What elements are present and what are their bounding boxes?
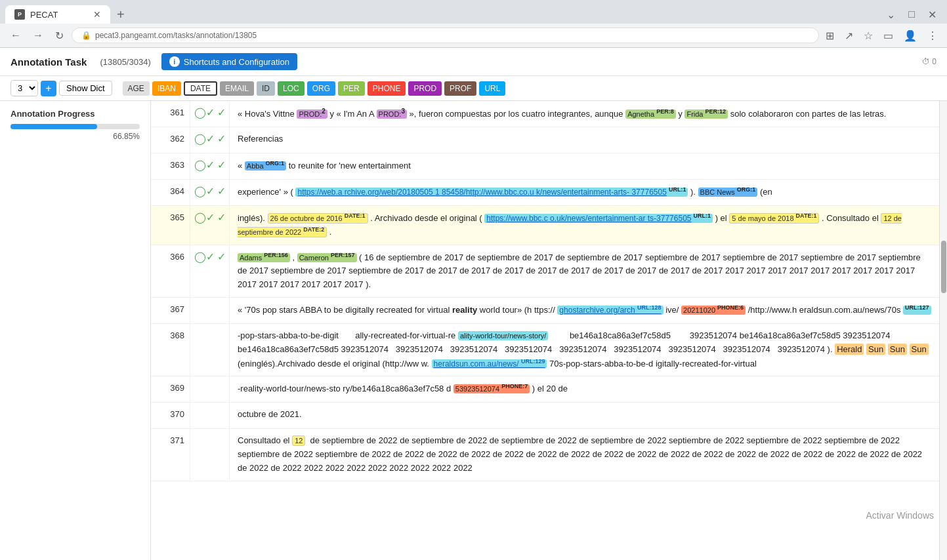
scroll-indicator: ⏱ 0 xyxy=(922,57,936,66)
tag-iban[interactable]: IBAN xyxy=(152,81,181,96)
annotation-row: 370 octubre de 2021. xyxy=(151,403,939,429)
row-text[interactable]: -pop-stars-abba-to-be-digit ally-recreat… xyxy=(230,324,939,376)
row-text[interactable]: Referencias xyxy=(230,127,939,153)
row-number: 368 xyxy=(151,324,190,376)
row-checks: ◯✓ ✓ xyxy=(190,245,230,297)
tag-age[interactable]: AGE xyxy=(123,81,150,96)
tag-date[interactable]: DATE xyxy=(184,81,217,96)
tab-close-button[interactable]: ✕ xyxy=(93,9,101,20)
activar-windows-watermark: Activar Windows xyxy=(866,510,934,521)
app-header: Annotation Task (13805/3034) i Shortcuts… xyxy=(0,48,947,76)
scrollbar-thumb[interactable] xyxy=(941,241,946,293)
row-checks: ◯✓ ✓ xyxy=(190,153,230,179)
row-text[interactable]: Adams PER:156 , Cameron PER:157 ( 16 de … xyxy=(230,245,939,297)
timer-count: 0 xyxy=(932,57,936,66)
check-circle-icon: ◯✓ xyxy=(194,132,215,145)
annotation-row: 366 ◯✓ ✓ Adams PER:156 , Cameron PER:157… xyxy=(151,245,939,298)
progress-bar-background xyxy=(11,124,140,129)
tag-phone[interactable]: PHONE xyxy=(368,81,406,96)
lock-icon: 🔒 xyxy=(81,31,91,40)
row-text[interactable]: « '70s pop stars ABBA to be digitally re… xyxy=(230,298,939,323)
share-icon[interactable]: ↗ xyxy=(842,28,856,43)
check-circle-icon: ◯✓ xyxy=(194,185,215,197)
annotation-row: 363 ◯✓ ✓ « Abba ORG:1 to reunite for 'ne… xyxy=(151,153,939,180)
toolbar: 3 + Show Dict AGE IBAN DATE EMAIL ID LOC… xyxy=(0,76,947,101)
annotation-row: 371 Consultado el 12 de septiembre de 20… xyxy=(151,429,939,481)
tag-prof[interactable]: PROF xyxy=(444,81,476,96)
tag-prod[interactable]: PROD xyxy=(408,81,442,96)
row-number: 365 xyxy=(151,206,190,245)
show-dict-button[interactable]: Show Dict xyxy=(59,81,112,96)
address-text: pecat3.pangeamt.com/tasks/annotation/138… xyxy=(95,31,257,40)
tag-per[interactable]: PER xyxy=(338,81,365,96)
tag-loc[interactable]: LOC xyxy=(278,81,305,96)
annotation-row: 367 « '70s pop stars ABBA to be digitall… xyxy=(151,298,939,324)
row-text[interactable]: experience' » ( https://web.a rchive.org… xyxy=(230,180,939,205)
check-mark-icon: ✓ xyxy=(217,132,226,145)
progress-bar-fill xyxy=(11,124,97,129)
row-checks: ◯✓ ✓ xyxy=(190,206,230,245)
tag-org[interactable]: ORG xyxy=(307,81,335,96)
row-text[interactable]: -reality-world-tour/news-sto ry/be146a18… xyxy=(230,376,939,402)
back-button[interactable]: ← xyxy=(7,28,25,43)
annotation-row-highlighted: 365 ◯✓ ✓ inglés). 26 de octubre de 2016 … xyxy=(151,206,939,245)
row-checks xyxy=(190,429,230,480)
tag-id[interactable]: ID xyxy=(257,81,275,96)
row-number: 371 xyxy=(151,429,190,480)
check-mark-icon: ✓ xyxy=(217,211,226,224)
timer-icon: ⏱ xyxy=(922,57,930,66)
close-window-button[interactable]: ✕ xyxy=(923,7,942,22)
row-number: 369 xyxy=(151,376,190,402)
annotation-row: 369 -reality-world-tour/news-sto ry/be14… xyxy=(151,376,939,403)
bookmark-icon[interactable]: ☆ xyxy=(861,28,875,43)
sidebar-progress-title: Annotation Progress xyxy=(11,109,140,119)
tag-buttons: AGE IBAN DATE EMAIL ID LOC ORG PER PHONE… xyxy=(123,81,506,96)
content-area[interactable]: 361 ◯✓ ✓ « Hova's Vittne PROD:2 y « I'm … xyxy=(151,101,939,560)
annotation-row: 364 ◯✓ ✓ experience' » ( https://web.a r… xyxy=(151,180,939,206)
row-text[interactable]: « Hova's Vittne PROD:2 y « I'm An A PROD… xyxy=(230,101,939,127)
shortcuts-config-button[interactable]: i Shortcuts and Configuration xyxy=(161,53,297,70)
browser-controls: ← → ↻ 🔒 pecat3.pangeamt.com/tasks/annota… xyxy=(0,24,947,47)
check-mark-icon: ✓ xyxy=(217,106,226,119)
browser-chrome: P PECAT ✕ + ⌄ □ ✕ ← → ↻ 🔒 pecat3.pangeam… xyxy=(0,0,947,48)
row-text[interactable]: inglés). 26 de octubre de 2016 DATE:1 . … xyxy=(230,206,939,245)
profile-icon[interactable]: 👤 xyxy=(901,28,919,43)
row-number: 361 xyxy=(151,101,190,127)
row-number: 366 xyxy=(151,245,190,297)
row-checks xyxy=(190,376,230,402)
tab-favicon: P xyxy=(14,9,25,20)
new-tab-button[interactable]: + xyxy=(113,7,129,22)
row-number: 370 xyxy=(151,403,190,428)
menu-icon[interactable]: ⋮ xyxy=(925,28,940,43)
row-checks xyxy=(190,298,230,323)
address-bar[interactable]: 🔒 pecat3.pangeamt.com/tasks/annotation/1… xyxy=(72,28,819,43)
task-id: (13805/3034) xyxy=(100,57,150,67)
vertical-scrollbar[interactable] xyxy=(939,101,947,560)
check-mark-icon: ✓ xyxy=(217,159,226,171)
check-circle-icon: ◯✓ xyxy=(194,106,215,119)
add-button[interactable]: + xyxy=(41,81,56,96)
row-checks xyxy=(190,403,230,428)
row-number: 363 xyxy=(151,153,190,179)
tab-title: PECAT xyxy=(30,10,58,20)
sidebar-icon[interactable]: ▭ xyxy=(881,28,896,43)
tag-url[interactable]: URL xyxy=(479,81,505,96)
check-mark-icon: ✓ xyxy=(217,250,226,263)
maximize-button[interactable]: □ xyxy=(903,7,920,22)
tag-email[interactable]: EMAIL xyxy=(220,81,254,96)
minimize-button[interactable]: ⌄ xyxy=(881,7,900,22)
forward-button[interactable]: → xyxy=(29,28,47,43)
row-text[interactable]: octubre de 2021. xyxy=(230,403,939,428)
translate-icon[interactable]: ⊞ xyxy=(823,28,837,43)
row-text[interactable]: « Abba ORG:1 to reunite for 'new enterta… xyxy=(230,153,939,179)
row-text[interactable]: Consultado el 12 de septiembre de 2022 d… xyxy=(230,429,939,480)
refresh-button[interactable]: ↻ xyxy=(51,28,68,43)
shortcuts-btn-label: Shortcuts and Configuration xyxy=(184,57,289,67)
main-layout: Annotation Progress 66.85% 361 ◯✓ ✓ « Ho… xyxy=(0,101,947,560)
sidebar: Annotation Progress 66.85% xyxy=(0,101,151,560)
row-checks: ◯✓ ✓ xyxy=(190,180,230,205)
active-tab[interactable]: P PECAT ✕ xyxy=(5,5,110,24)
num-select[interactable]: 3 xyxy=(11,80,38,96)
annotation-row: 361 ◯✓ ✓ « Hova's Vittne PROD:2 y « I'm … xyxy=(151,101,939,127)
check-circle-icon: ◯✓ xyxy=(194,159,215,171)
